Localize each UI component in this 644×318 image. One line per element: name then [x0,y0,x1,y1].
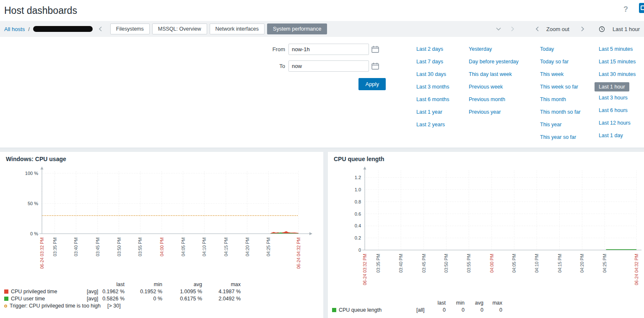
x-tick-label: 03:40 PM [73,237,78,256]
quick-ranges-col3: TodayToday so farThis weekThis week so f… [540,46,599,147]
time-back-icon[interactable] [533,26,541,31]
series-value: 0 [446,307,465,314]
to-input[interactable] [288,60,369,72]
quick-range-link[interactable]: This month so far [540,109,581,117]
y-tick-label: 0.8 [355,199,361,204]
widget-cpu-usage: Windows: CPU usage 06-24 03:32 PM03:35 P… [0,152,323,318]
quick-range-link[interactable]: Last 3 hours [599,95,628,102]
time-forward-icon[interactable] [579,26,587,31]
x-tick-label: 04:15 PM [223,237,229,256]
legend-header: max [202,281,241,288]
widget-title: Windows: CPU usage [6,156,320,162]
quick-range-link[interactable]: Day before yesterday [469,59,519,66]
y-axis-arrow [41,167,44,169]
zoom-out-button[interactable]: Zoom out [546,26,569,32]
quick-range-link[interactable]: Last 1 hour [595,82,629,91]
support-icon-glyph [641,5,644,10]
quick-range-link[interactable]: Last 30 days [416,71,446,79]
quick-range-link[interactable]: Last 7 days [416,59,443,66]
quick-range-link[interactable]: Previous week [469,84,503,91]
series-value: 1.0095 % [162,288,202,295]
quick-range-link[interactable]: Last 6 hours [599,107,628,115]
legend-header: avg [465,300,483,307]
x-tick-label: 04:20 PM [579,254,584,273]
quick-range-link[interactable]: Last 15 minutes [599,59,636,66]
quick-range-link[interactable]: Last 1 day [599,133,623,140]
cpu-queue-length-legend: lastminavgmaxCPU queue length[all]0000 [332,300,641,314]
quick-range-link[interactable]: This day last week [469,71,512,79]
y-tick-label: 0 % [30,231,38,236]
legend-marker-cell [4,295,11,302]
apply-button[interactable]: Apply [358,78,386,90]
x-tick-label: 03:45 PM [421,254,426,273]
quick-range-link[interactable]: Last 1 year [416,109,442,117]
dashboard-tab[interactable]: Network interfaces [210,23,265,34]
help-icon[interactable]: ? [623,5,628,14]
quick-range-link[interactable]: Last 2 days [416,46,443,54]
time-range-label[interactable]: Last 1 hour [613,26,640,32]
from-input[interactable] [288,44,369,55]
x-tick-label: 04:25 PM [266,237,271,256]
y-tick-label: 50 % [28,201,38,206]
dashboard-tab[interactable]: MSSQL: Overview [152,23,207,34]
quick-range-link[interactable]: Today so far [540,59,569,66]
time-filter-panel: From To Apply Last 2 daysLast 7 daysLast [0,37,644,148]
breadcrumb-all-hosts[interactable]: All hosts [4,26,25,32]
to-label: To [260,63,285,69]
tabs-scroll-left-icon[interactable] [96,26,104,31]
quick-range-link[interactable]: Last 3 months [416,84,449,91]
series-value: 0.1962 % [102,288,125,295]
series-function: [avg] [87,295,102,302]
quick-range-link[interactable]: Last 2 years [416,122,445,129]
series-name: CPU privileged time [11,288,87,295]
dashboard-navbar: All hosts / FilesystemsMSSQL: OverviewNe… [0,21,644,37]
chevron-down-icon[interactable] [493,27,504,31]
quick-range-link[interactable]: Last 6 months [416,96,449,104]
quick-ranges-col2: YesterdayDay before yesterdayThis day la… [469,46,540,147]
quick-range-link[interactable]: Previous month [469,96,505,104]
quick-range-link[interactable]: Last 5 minutes [599,46,633,54]
legend-header: avg [162,281,202,288]
support-icon[interactable] [639,3,644,13]
calendar-icon[interactable] [371,63,379,70]
cpu-queue-length-graph: 06-24 03:32 PM03:35 PM03:40 PM03:45 PM03… [331,164,641,292]
quick-range-link[interactable]: This year so far [540,134,576,142]
x-tick-label: 03:55 PM [138,237,143,256]
x-tick-label: 06-24 04:32 PM [296,237,301,269]
widget-cpu-queue-length: CPU queue length 06-24 03:32 PM03:35 PM0… [328,152,644,318]
y-tick-label: 0 [358,248,361,253]
x-tick-label: 04:25 PM [602,254,607,273]
quick-range-link[interactable]: Previous year [469,109,501,117]
series-value: 0 [483,307,502,314]
quick-range-link[interactable]: Last 30 minutes [599,71,636,79]
quick-range-link[interactable]: Last 12 hours [599,120,631,128]
x-tick-label: 03:35 PM [52,237,57,256]
quick-range-link[interactable]: This year [540,122,561,129]
tabs-scroll-right-icon[interactable] [509,26,517,31]
x-tick-label: 06-24 03:32 PM [362,254,367,285]
series-color-icon [332,308,336,312]
series-color-icon [4,297,8,301]
legend-header: last [102,281,125,288]
x-tick-label: 06-24 03:32 PM [39,237,44,269]
dashboard-tab[interactable]: Filesystems [110,23,150,34]
series-value: 4.1987 % [202,288,241,295]
x-tick-label: 03:55 PM [466,254,471,273]
quick-range-link[interactable]: This week so far [540,84,578,91]
x-tick-label: 04:00 PM [159,237,164,256]
legend-marker-cell [332,307,339,314]
x-tick-label: 04:15 PM [557,254,562,273]
x-tick-label: 04:00 PM [489,254,494,273]
x-tick-label: 04:10 PM [534,254,539,273]
calendar-icon[interactable] [371,46,379,53]
quick-range-link[interactable]: This week [540,71,564,79]
quick-range-link[interactable]: This month [540,96,566,104]
breadcrumb-separator: / [28,26,30,32]
series-value: 0 [465,307,483,314]
quick-range-link[interactable]: Yesterday [469,46,492,54]
y-tick-label: 1.2 [355,175,361,180]
y-tick-label: 100 % [25,171,38,176]
dashboard-tab[interactable]: System performance [267,23,327,34]
clock-icon[interactable] [596,26,608,32]
quick-range-link[interactable]: Today [540,46,554,54]
